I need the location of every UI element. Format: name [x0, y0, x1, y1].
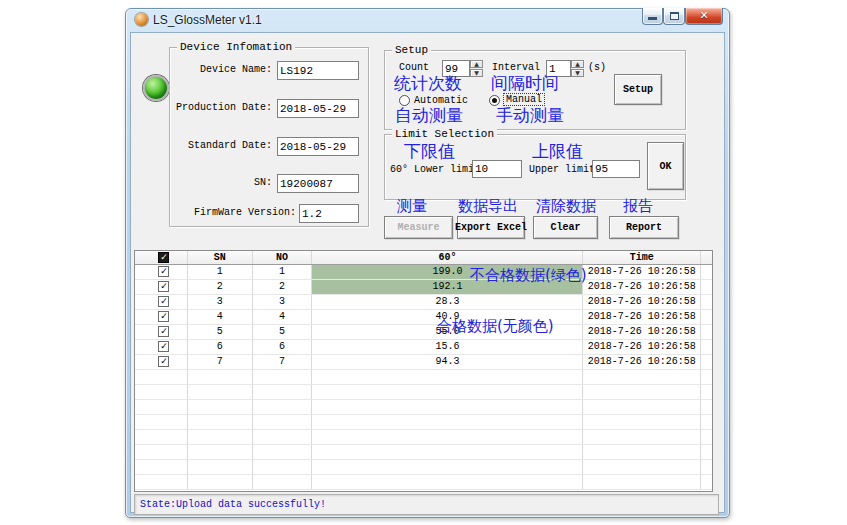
- setup-button[interactable]: Setup: [614, 74, 662, 105]
- table-cell: [253, 475, 313, 489]
- upper-limit-label: Upper limit: [529, 164, 595, 176]
- table-cell: 1: [253, 265, 313, 279]
- lower-limit-label: 60° Lower limit: [390, 164, 480, 176]
- report-annotation: 报告: [623, 198, 653, 214]
- table-cell: [701, 415, 712, 429]
- table-cell: [188, 460, 253, 474]
- interval-spinner: ▲ ▼: [571, 60, 584, 77]
- table-cell: [135, 475, 188, 489]
- interval-spin-down-button[interactable]: ▼: [571, 69, 584, 77]
- titlebar[interactable]: LS_GlossMeter v1.1: [126, 9, 729, 31]
- sn-label: SN:: [170, 177, 272, 189]
- table-cell: [253, 460, 313, 474]
- standard-date-label: Standard Date:: [170, 140, 272, 152]
- table-cell: [701, 310, 712, 324]
- app-icon: [135, 13, 148, 26]
- table-cell: [188, 385, 253, 399]
- setup-group-label: Setup: [392, 44, 431, 56]
- fail-data-annotation: 不合格数据(绿色): [470, 267, 587, 283]
- table-cell: [583, 460, 701, 474]
- count-spin-down-button[interactable]: ▼: [470, 69, 483, 77]
- table-cell: [701, 400, 712, 414]
- device-name-value[interactable]: [277, 61, 359, 80]
- table-cell: [135, 370, 188, 384]
- table-cell: [135, 400, 188, 414]
- production-date-value[interactable]: [277, 99, 359, 118]
- table-cell: 3: [253, 295, 313, 309]
- table-cell: [253, 415, 313, 429]
- close-icon: ✕: [686, 9, 722, 22]
- table-cell: [188, 415, 253, 429]
- table-cell: [583, 370, 701, 384]
- standard-date-value[interactable]: [277, 137, 359, 156]
- row-checkbox[interactable]: ✓: [158, 296, 169, 307]
- sn-column-header: SN: [188, 251, 253, 264]
- ok-button[interactable]: OK: [647, 142, 684, 190]
- table-cell: [312, 460, 583, 474]
- empty-table-row: [135, 370, 712, 385]
- maximize-button[interactable]: [663, 8, 685, 25]
- checkbox-cell: ✓: [135, 310, 188, 324]
- row-checkbox[interactable]: ✓: [158, 281, 169, 292]
- clear-annotation: 清除数据: [536, 198, 596, 214]
- checkbox-cell: ✓: [135, 325, 188, 339]
- connection-led-indicator: [143, 75, 169, 101]
- status-bar: State:Upload data successfully!: [134, 494, 719, 515]
- table-cell: [188, 430, 253, 444]
- count-spin-up-button[interactable]: ▲: [470, 60, 483, 68]
- table-cell: [135, 385, 188, 399]
- table-cell: [583, 415, 701, 429]
- table-cell: [188, 445, 253, 459]
- upper-limit-input[interactable]: [592, 160, 640, 178]
- table-cell: 2018-7-26 10:26:58: [583, 280, 701, 294]
- table-cell: [312, 445, 583, 459]
- row-checkbox[interactable]: ✓: [158, 341, 169, 352]
- row-checkbox[interactable]: ✓: [158, 326, 169, 337]
- limit-selection-group-label: Limit Selection: [392, 128, 497, 140]
- table-cell: [312, 475, 583, 489]
- device-info-group-label: Device Infomation: [177, 41, 295, 53]
- table-cell: [583, 430, 701, 444]
- empty-table-row: [135, 415, 712, 430]
- clear-button[interactable]: Clear: [533, 216, 598, 239]
- table-cell: 15.6: [312, 340, 583, 354]
- status-text: State:Upload data successfully!: [140, 499, 326, 510]
- table-cell: [583, 385, 701, 399]
- window-title: LS_GlossMeter v1.1: [153, 13, 262, 27]
- table-cell: 2: [188, 280, 253, 294]
- table-cell: [135, 445, 188, 459]
- table-cell: 5: [253, 325, 313, 339]
- table-cell: [701, 475, 712, 489]
- close-button[interactable]: ✕: [685, 8, 723, 25]
- table-cell: 2018-7-26 10:26:58: [583, 265, 701, 279]
- table-cell: [312, 430, 583, 444]
- empty-table-row: [135, 400, 712, 415]
- measure-button[interactable]: Measure: [384, 216, 453, 239]
- production-date-label: Production Date:: [170, 102, 272, 114]
- interval-spin-up-button[interactable]: ▲: [571, 60, 584, 68]
- spin-down-icon: ▼: [575, 70, 580, 76]
- table-row: ✓11199.02018-7-26 10:26:58: [135, 265, 712, 280]
- row-checkbox[interactable]: ✓: [158, 266, 169, 277]
- select-all-checkbox[interactable]: ✓: [158, 252, 169, 263]
- export-excel-button[interactable]: Export Excel: [457, 216, 525, 239]
- report-button[interactable]: Report: [609, 216, 679, 239]
- firmware-version-label: FirmWare Version:: [170, 207, 296, 219]
- spin-down-icon: ▼: [474, 70, 479, 76]
- empty-table-row: [135, 475, 712, 490]
- device-name-label: Device Name:: [170, 64, 272, 76]
- lower-limit-input[interactable]: [472, 160, 522, 178]
- table-row: ✓5555.02018-7-26 10:26:58: [135, 325, 712, 340]
- firmware-version-value[interactable]: [299, 204, 359, 223]
- interval-annotation: 间隔时间: [491, 74, 559, 92]
- table-cell: [583, 400, 701, 414]
- minimize-button[interactable]: [642, 8, 663, 25]
- row-checkbox[interactable]: ✓: [158, 311, 169, 322]
- table-cell: [701, 370, 712, 384]
- manual-annotation: 手动测量: [496, 106, 564, 124]
- sn-value[interactable]: [277, 174, 359, 193]
- table-cell: [253, 445, 313, 459]
- row-checkbox[interactable]: ✓: [158, 356, 169, 367]
- window: LS_GlossMeter v1.1 ✕ Device Infomation D…: [125, 8, 730, 518]
- table-cell: 7: [188, 355, 253, 369]
